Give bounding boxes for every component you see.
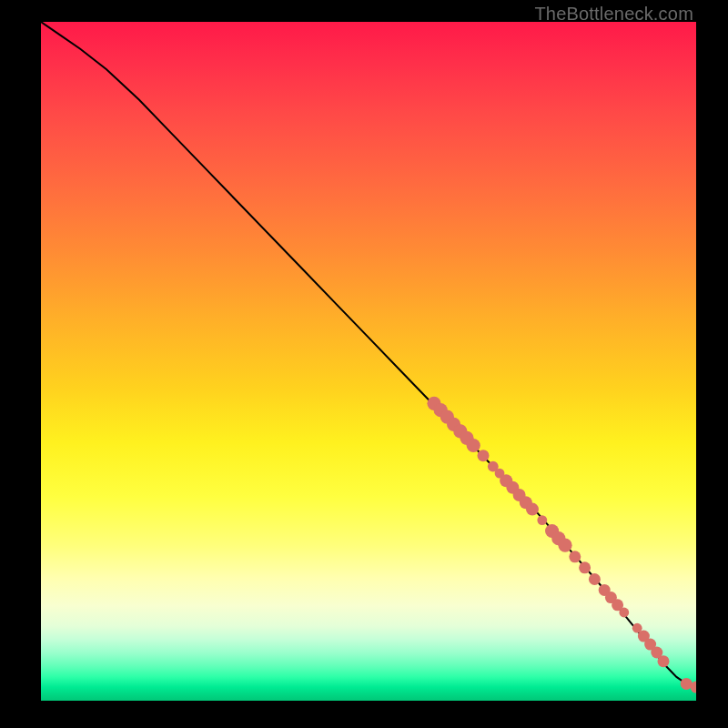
data-marker [619, 608, 629, 618]
data-markers [427, 397, 696, 693]
chart-frame: TheBottleneck.com [0, 0, 728, 728]
data-marker [589, 573, 601, 585]
data-marker [537, 515, 547, 525]
data-marker [558, 539, 571, 552]
data-marker [467, 439, 480, 452]
plot-area[interactable] [41, 22, 696, 701]
data-marker [569, 551, 581, 562]
data-marker [478, 450, 490, 461]
data-marker [658, 655, 670, 667]
chart-overlay [41, 22, 696, 701]
curve-line [41, 22, 696, 687]
data-marker [579, 561, 591, 573]
data-marker [526, 503, 539, 516]
